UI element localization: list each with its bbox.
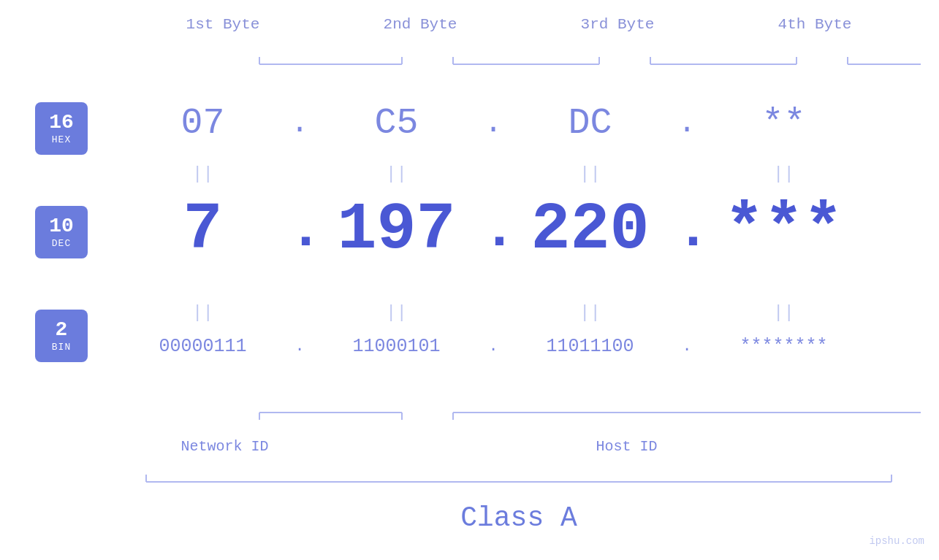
equals-row-2: || || || || [117,303,921,323]
bin-val-1: 00000111 [117,336,289,357]
hex-dot-2: . [482,106,504,141]
col-header-3: 3rd Byte [532,16,704,33]
dec-dot-2: . [482,202,504,258]
host-id-label: Host ID [332,438,921,455]
bin-dot-1: . [289,337,311,356]
dec-val-4: *** [698,197,870,263]
dec-dot-1: . [289,202,311,258]
col-header-4: 4th Byte [729,16,901,33]
bottom-brackets [117,405,921,442]
hex-dot-3: . [676,106,698,141]
dec-val-2: 197 [311,197,482,263]
bin-dot-3: . [676,337,698,356]
bin-row: 00000111 . 11000101 . 11011100 . *******… [117,336,921,357]
bin-val-4: ******** [698,336,870,357]
hex-val-2: C5 [311,102,482,144]
bin-dot-2: . [482,337,504,356]
bin-val-2: 11000101 [311,336,482,357]
hex-val-4: ** [698,102,870,144]
network-id-label: Network ID [117,438,332,455]
dec-row: 7 . 197 . 220 . *** [117,197,921,263]
page-container: 16 HEX 10 DEC 2 BIN 1st Byte 2nd Byte 3r… [0,0,939,560]
bin-val-3: 11011100 [504,336,676,357]
column-headers: 1st Byte 2nd Byte 3rd Byte 4th Byte [124,16,913,33]
equals-row-1: || || || || [117,164,921,184]
dec-val-1: 7 [117,197,289,263]
hex-dot-1: . [289,106,311,141]
col-header-1: 1st Byte [137,16,309,33]
hex-val-3: DC [504,102,676,144]
hex-row: 07 . C5 . DC . ** [117,102,921,144]
top-brackets [117,42,921,72]
class-label: Class A [117,502,921,534]
hex-val-1: 07 [117,102,289,144]
col-header-2: 2nd Byte [335,16,506,33]
watermark: ipshu.com [869,535,924,547]
id-labels: Network ID Host ID [117,438,921,455]
dec-dot-3: . [676,202,698,258]
dec-val-3: 220 [504,197,676,263]
class-bracket [117,471,921,493]
